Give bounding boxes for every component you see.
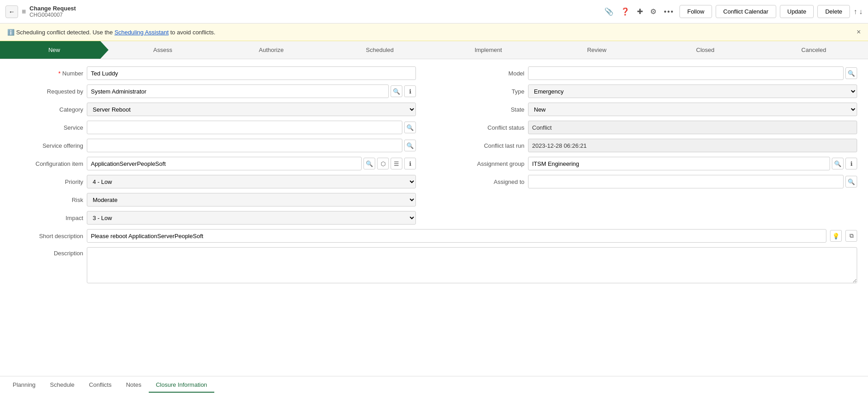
assigned-to-search-icon[interactable]: 🔍 <box>845 176 857 188</box>
conflict-last-run-row: Conflict last run 2023-12-28 06:26:21 <box>452 139 857 152</box>
alert-close-button[interactable]: × <box>857 28 861 36</box>
assignment-group-input-group: 🔍 ℹ <box>528 157 857 170</box>
impact-select[interactable]: 1 - High 2 - Medium 3 - Low <box>87 211 416 225</box>
record-type: Change Request <box>29 5 76 12</box>
requested-by-label: Requested by <box>11 88 83 95</box>
step-scheduled[interactable]: Scheduled <box>326 41 434 59</box>
attachment-button[interactable]: 📎 <box>603 5 615 18</box>
assigned-to-row: Assigned to 🔍 <box>452 175 857 188</box>
update-button[interactable]: Update <box>780 5 814 18</box>
assigned-to-label: Assigned to <box>452 178 524 185</box>
service-input-group: 🔍 <box>87 121 416 134</box>
settings-button[interactable]: ⚙ <box>648 5 658 18</box>
impact-row: Impact 1 - High 2 - Medium 3 - Low <box>11 211 416 225</box>
state-row: State New Assess Authorize Scheduled Imp… <box>452 103 857 116</box>
short-description-input[interactable] <box>87 229 826 243</box>
back-button[interactable]: ← <box>5 5 18 18</box>
model-input-group: 🔍 <box>528 66 857 80</box>
short-desc-copy-icon[interactable]: ⧉ <box>845 230 857 242</box>
service-offering-search-icon[interactable]: 🔍 <box>404 140 416 151</box>
more-button[interactable]: ••• <box>662 6 676 18</box>
assignment-group-info-icon[interactable]: ℹ <box>845 158 857 169</box>
service-search-icon[interactable]: 🔍 <box>404 122 416 133</box>
form-right-column: Model 🔍 Type Emergency Normal Standard S… <box>452 66 857 225</box>
short-desc-lightbulb-icon[interactable]: 💡 <box>830 230 842 242</box>
delete-button[interactable]: Delete <box>817 5 850 18</box>
number-label: * Number <box>11 70 83 77</box>
model-input[interactable] <box>528 66 844 80</box>
risk-select[interactable]: Low Moderate High <box>87 193 416 206</box>
requested-by-search-icon[interactable]: 🔍 <box>391 85 402 97</box>
header-actions: 📎 ❓ ✚ ⚙ ••• Follow Conflict Calendar Upd… <box>603 5 863 18</box>
impact-label: Impact <box>11 215 83 221</box>
service-input[interactable] <box>87 121 402 134</box>
model-search-icon[interactable]: 🔍 <box>845 67 857 79</box>
alert-text-before: Scheduling conflict detected. Use the <box>16 29 115 36</box>
step-canceled[interactable]: Canceled <box>760 41 868 59</box>
service-row: Service 🔍 <box>11 121 416 134</box>
step-implement[interactable]: Implement <box>434 41 542 59</box>
type-row: Type Emergency Normal Standard <box>452 84 857 98</box>
config-item-row: Configuration item 🔍 ⬡ ☰ ℹ <box>11 157 416 170</box>
step-closed[interactable]: Closed <box>651 41 760 59</box>
conflict-last-run-label: Conflict last run <box>452 142 524 149</box>
record-number: CHG0040007 <box>29 12 76 18</box>
requested-by-row: Requested by 🔍 ℹ <box>11 84 416 98</box>
hamburger-icon[interactable]: ≡ <box>22 8 26 16</box>
type-label: Type <box>452 88 524 95</box>
requested-by-input-group: 🔍 ℹ <box>87 84 416 98</box>
step-assess[interactable]: Assess <box>108 41 217 59</box>
assignment-group-row: Assignment group 🔍 ℹ <box>452 157 857 170</box>
config-item-search-icon[interactable]: 🔍 <box>363 158 375 169</box>
step-review[interactable]: Review <box>542 41 651 59</box>
description-textarea[interactable] <box>87 247 857 283</box>
config-item-info-icon[interactable]: ℹ <box>404 158 416 169</box>
step-new[interactable]: New <box>0 41 108 59</box>
model-label: Model <box>452 70 524 77</box>
requested-by-input[interactable] <box>87 84 389 98</box>
config-item-list-icon[interactable]: ☰ <box>391 158 402 169</box>
service-offering-label: Service offering <box>11 142 83 149</box>
progress-bar: New Assess Authorize Scheduled Implement… <box>0 41 868 59</box>
config-item-label: Configuration item <box>11 160 83 167</box>
conflict-status-row: Conflict status Conflict <box>452 121 857 134</box>
conflict-status-label: Conflict status <box>452 124 524 131</box>
description-label: Description <box>11 247 83 257</box>
assignment-group-search-icon[interactable]: 🔍 <box>832 158 844 169</box>
step-authorize[interactable]: Authorize <box>217 41 326 59</box>
category-select[interactable]: Server Reboot Hardware Software Network <box>87 103 416 116</box>
add-button[interactable]: ✚ <box>635 5 645 18</box>
state-select[interactable]: New Assess Authorize Scheduled Implement… <box>528 103 857 116</box>
conflict-status-value: Conflict <box>528 121 857 134</box>
number-row: * Number <box>11 66 416 80</box>
form-grid: * Number Requested by 🔍 ℹ Category Serve… <box>11 66 857 283</box>
form-area: * Number Requested by 🔍 ℹ Category Serve… <box>0 59 868 319</box>
assignment-group-input[interactable] <box>528 157 830 170</box>
priority-row: Priority 1 - Critical 2 - High 3 - Moder… <box>11 175 416 188</box>
nav-down-button[interactable]: ↓ <box>859 8 863 16</box>
config-item-hierarchy-icon[interactable]: ⬡ <box>377 158 389 169</box>
conflict-calendar-button[interactable]: Conflict Calendar <box>716 5 776 18</box>
service-offering-row: Service offering 🔍 <box>11 139 416 152</box>
alert-banner: ℹ️ Scheduling conflict detected. Use the… <box>0 23 868 41</box>
category-label: Category <box>11 106 83 113</box>
scheduling-assistant-link[interactable]: Scheduling Assistant <box>114 29 169 36</box>
nav-up-button[interactable]: ↑ <box>854 8 857 16</box>
assigned-to-input[interactable] <box>528 175 844 188</box>
short-description-row: Short description 💡 ⧉ <box>11 229 857 243</box>
record-title: Change Request CHG0040007 <box>29 5 76 18</box>
requested-by-info-icon[interactable]: ℹ <box>404 85 416 97</box>
alert-icon: ℹ️ <box>7 29 14 36</box>
conflict-last-run-value: 2023-12-28 06:26:21 <box>528 139 857 152</box>
type-select[interactable]: Emergency Normal Standard <box>528 84 857 98</box>
short-description-label: Short description <box>11 233 83 239</box>
alert-text-after: to avoid conflicts. <box>170 29 216 36</box>
config-item-input[interactable] <box>87 157 362 170</box>
priority-select[interactable]: 1 - Critical 2 - High 3 - Moderate 4 - L… <box>87 175 416 188</box>
number-input[interactable] <box>87 66 416 80</box>
service-offering-input[interactable] <box>87 139 402 152</box>
assignment-group-label: Assignment group <box>452 160 524 167</box>
follow-button[interactable]: Follow <box>679 5 712 18</box>
help-button[interactable]: ❓ <box>619 5 632 18</box>
service-label: Service <box>11 124 83 131</box>
